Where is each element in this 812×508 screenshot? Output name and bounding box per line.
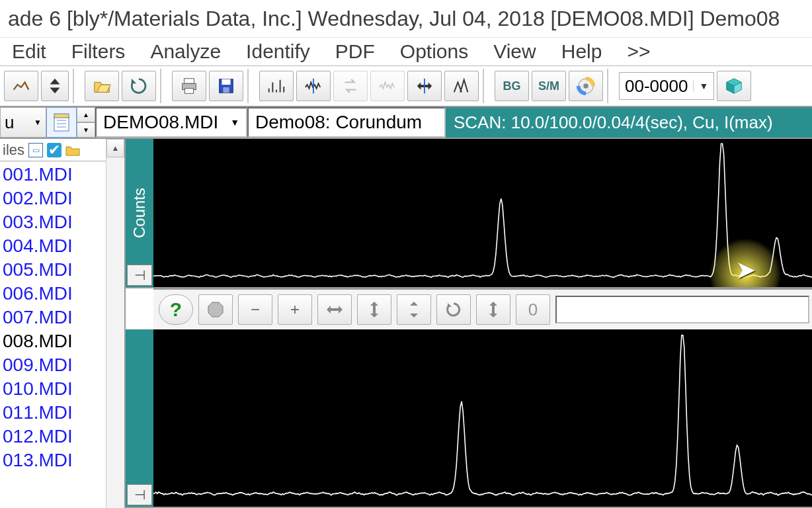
file-list-item[interactable]: 001.MDI [0, 163, 106, 187]
file-list-panel: iles ▭ ✔ 001.MDI002.MDI003.MDI004.MDI005… [0, 139, 126, 508]
svg-rect-5 [223, 87, 229, 93]
file-description: Demo08: Corundum [247, 107, 446, 138]
gutter-handle-icon[interactable]: ⊣ [127, 484, 152, 505]
scan-info-bar: SCAN: 10.0/100.0/0.04/4(sec), Cu, I(max) [446, 107, 812, 138]
menu-analyze[interactable]: Analyze [150, 40, 221, 63]
menu-view[interactable]: View [493, 40, 536, 63]
svg-rect-7 [424, 79, 425, 94]
plot-row-top: ⊣ Counts ➤ [126, 139, 812, 288]
diffractogram-bottom[interactable] [153, 329, 812, 507]
scroll-track[interactable] [106, 157, 124, 508]
unit-combo[interactable]: u ▼ [0, 107, 46, 138]
menu-pdf[interactable]: PDF [335, 40, 375, 63]
file-list-item[interactable]: 010.MDI [0, 377, 106, 401]
file-list-item[interactable]: 008.MDI [0, 329, 106, 353]
plot-y-label: Counts [130, 188, 149, 238]
plot-pan-v-button[interactable] [357, 294, 391, 325]
file-list-item[interactable]: 006.MDI [0, 282, 106, 306]
overlay-peaks-icon[interactable] [444, 71, 479, 101]
window-icon[interactable]: ▭ [28, 143, 43, 157]
plot-row-bottom: ⊣ [126, 329, 812, 508]
chevron-down-icon: ▼ [34, 118, 42, 127]
file-list-scrollbar[interactable]: ▲ [106, 139, 124, 508]
svg-rect-0 [184, 79, 194, 84]
svg-rect-6 [313, 79, 314, 94]
menu-overflow[interactable]: >> [627, 40, 650, 63]
plot-help-button[interactable]: ? [159, 294, 193, 325]
menu-filters[interactable]: Filters [71, 40, 126, 63]
diffractogram-top[interactable]: ➤ [153, 139, 812, 287]
svg-rect-2 [184, 89, 193, 94]
sm-button[interactable]: S/M [532, 71, 566, 101]
cube-icon[interactable] [717, 71, 751, 101]
disc-icon[interactable] [569, 71, 603, 101]
notes-spinner[interactable]: ▲ ▼ [77, 107, 95, 138]
plot-y-gutter: ⊣ Counts [126, 139, 153, 287]
plot-pan-h-button[interactable] [317, 294, 352, 325]
toolbar-dog-icon[interactable] [4, 71, 38, 101]
menu-help[interactable]: Help [561, 40, 602, 63]
spinner-up-icon[interactable]: ▲ [77, 107, 95, 122]
cycle-icon[interactable] [333, 71, 368, 101]
plot-plus-button[interactable]: + [278, 294, 312, 325]
noise-marker-icon[interactable] [296, 71, 331, 101]
active-file-combo[interactable]: DEMO08.MDI ▼ [95, 107, 247, 138]
main-toolbar: BG S/M 00-0000 ▼ [0, 66, 812, 107]
svg-point-9 [583, 83, 589, 89]
chevron-down-icon: ▼ [693, 81, 708, 91]
active-file-name: DEMO08.MDI [103, 112, 218, 133]
svg-marker-15 [208, 302, 223, 317]
file-list[interactable]: 001.MDI002.MDI003.MDI004.MDI005.MDI006.M… [0, 161, 106, 508]
plot-refresh-button[interactable] [436, 294, 471, 325]
noise-icon[interactable] [370, 71, 405, 101]
window-title: ade 6 [bly*/Materials Data, Inc.] Wednes… [8, 7, 780, 31]
plot-zero-button[interactable]: 0 [516, 294, 550, 325]
file-description-text: Demo08: Corundum [255, 112, 422, 133]
unit-label: u [5, 112, 14, 133]
chevron-down-icon: ▼ [230, 117, 239, 128]
file-list-item[interactable]: 012.MDI [0, 425, 106, 448]
file-list-item[interactable]: 004.MDI [0, 234, 106, 258]
plot-command-input[interactable] [555, 296, 809, 323]
folder-icon[interactable] [65, 143, 80, 157]
rescan-button[interactable] [122, 71, 156, 101]
svg-rect-11 [54, 114, 69, 118]
file-list-item[interactable]: 003.MDI [0, 210, 106, 234]
notes-button[interactable] [46, 107, 77, 138]
plot-stop-button[interactable] [198, 294, 233, 325]
peaks-icon[interactable] [259, 71, 294, 101]
plot-y-gutter-bottom: ⊣ [126, 329, 153, 507]
menu-bar: Edit Filters Analyze Identify PDF Option… [0, 37, 812, 66]
drag-horiz-icon[interactable] [407, 71, 442, 101]
file-list-item[interactable]: 011.MDI [0, 401, 106, 425]
file-list-header-label: iles [3, 142, 24, 159]
menu-options[interactable]: Options [400, 40, 468, 63]
bg-button[interactable]: BG [495, 71, 529, 101]
file-list-item[interactable]: 013.MDI [0, 448, 106, 472]
plot-panel: ⊣ Counts ➤ ? − + [126, 139, 812, 508]
print-button[interactable] [172, 71, 206, 101]
menu-edit[interactable]: Edit [12, 40, 46, 63]
check-icon[interactable]: ✔ [47, 143, 61, 157]
file-list-item[interactable]: 005.MDI [0, 258, 106, 282]
file-list-item[interactable]: 009.MDI [0, 353, 106, 377]
plot-stretch-v-button[interactable] [397, 294, 431, 325]
plot-toolbar: ? − + 0 [153, 288, 812, 329]
toolbar-sort-icon[interactable] [41, 71, 69, 101]
plot-fit-v-button[interactable] [476, 294, 510, 325]
window-titlebar: ade 6 [bly*/Materials Data, Inc.] Wednes… [0, 0, 812, 37]
svg-rect-4 [222, 79, 230, 85]
plot-minus-button[interactable]: − [238, 294, 272, 325]
workspace: iles ▭ ✔ 001.MDI002.MDI003.MDI004.MDI005… [0, 139, 812, 508]
file-list-item[interactable]: 002.MDI [0, 187, 106, 210]
open-file-button[interactable] [85, 71, 119, 101]
scroll-up-icon[interactable]: ▲ [106, 139, 124, 157]
pdf-number-combo[interactable]: 00-0000 ▼ [619, 72, 714, 100]
gutter-handle-icon[interactable]: ⊣ [127, 265, 152, 286]
menu-identify[interactable]: Identify [246, 40, 310, 63]
file-list-header: iles ▭ ✔ [0, 139, 106, 161]
save-button[interactable] [209, 71, 243, 101]
sub-toolbar: u ▼ ▲ ▼ DEMO08.MDI ▼ Demo08: Corundum SC… [0, 107, 812, 139]
file-list-item[interactable]: 007.MDI [0, 306, 106, 329]
spinner-down-icon[interactable]: ▼ [77, 122, 95, 138]
